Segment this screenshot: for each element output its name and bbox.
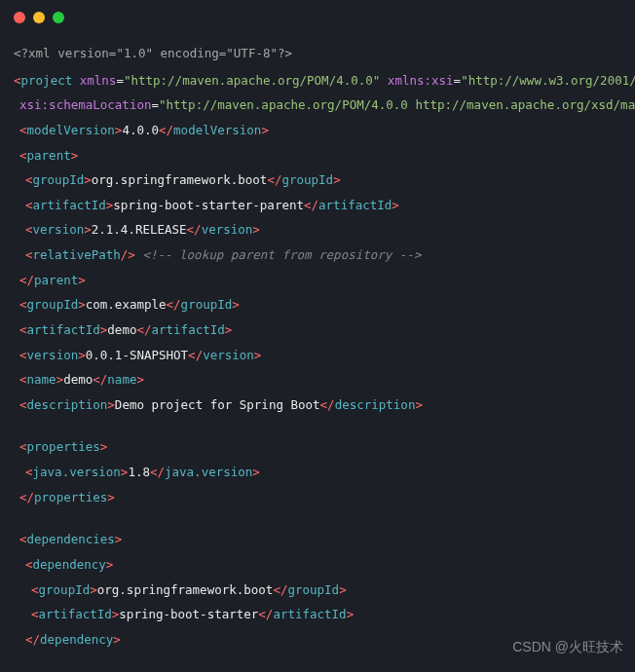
parent-artifactid: <artifactId>spring-boot-starter-parent</… xyxy=(14,193,621,218)
dependency-open: <dependency> xyxy=(14,552,621,578)
window-controls xyxy=(14,12,64,23)
groupid: <groupId>com.example</groupId> xyxy=(14,292,621,317)
java-version: <java.version>1.8</java.version> xyxy=(14,460,621,485)
properties-open: <properties> xyxy=(14,434,621,460)
project-open-tag: <project xmlns="http://maven.apache.org/… xyxy=(14,68,621,93)
parent-close: </parent> xyxy=(14,268,621,293)
close-icon[interactable] xyxy=(14,12,25,23)
parent-groupid: <groupId>org.springframework.boot</group… xyxy=(14,168,621,193)
maximize-icon[interactable] xyxy=(53,12,64,23)
version: <version>0.0.1-SNAPSHOT</version> xyxy=(14,343,621,368)
name: <name>demo</name> xyxy=(14,367,621,392)
parent-version: <version>2.1.4.RELEASE</version> xyxy=(14,217,621,243)
properties-close: </properties> xyxy=(14,485,621,510)
minimize-icon[interactable] xyxy=(33,12,45,23)
parent-open: <parent> xyxy=(14,143,621,168)
description: <description>Demo project for Spring Boo… xyxy=(14,392,621,418)
dependencies-open: <dependencies> xyxy=(14,527,621,552)
relative-path: <relativePath/> <!-- lookup parent from … xyxy=(14,243,621,268)
watermark: CSDN @火旺技术 xyxy=(512,639,623,656)
dep-groupid: <groupId>org.springframework.boot</group… xyxy=(14,578,621,603)
xml-declaration: <?xml version="1.0" encoding="UTF-8"?> xyxy=(14,41,621,66)
schema-location-attr: xsi:schemaLocation="http://maven.apache.… xyxy=(14,93,621,118)
artifactid: <artifactId>demo</artifactId> xyxy=(14,317,621,343)
code-block: <?xml version="1.0" encoding="UTF-8"?> <… xyxy=(0,0,635,665)
model-version: <modelVersion>4.0.0</modelVersion> xyxy=(14,118,621,143)
dep-artifactid: <artifactId>spring-boot-starter</artifac… xyxy=(14,602,621,627)
